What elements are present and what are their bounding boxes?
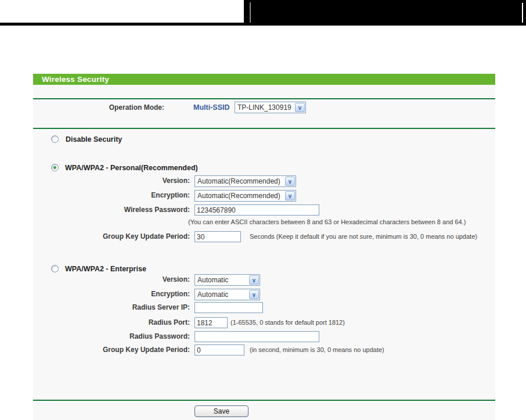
wpa-enterprise-title: WPA/WPA2 - Enterprise bbox=[65, 265, 146, 274]
personal-group-key-note: Seconds (Keep it default if you are not … bbox=[250, 231, 477, 242]
radius-password-input[interactable] bbox=[194, 331, 319, 342]
save-button[interactable]: Save bbox=[194, 405, 248, 417]
personal-group-key-input[interactable] bbox=[194, 231, 241, 242]
radius-port-input[interactable] bbox=[194, 317, 228, 328]
operation-mode-value: Multi-SSID bbox=[193, 102, 230, 113]
wireless-password-note: (You can enter ASCII characters between … bbox=[188, 217, 466, 227]
page-title: Wireless Security bbox=[33, 74, 495, 85]
radius-server-ip-input[interactable] bbox=[194, 302, 263, 313]
personal-version-select[interactable]: Automatic(Recommended) ∨ bbox=[194, 175, 296, 187]
separator-line bbox=[33, 128, 495, 129]
personal-version-label: Version: bbox=[35, 175, 190, 186]
wireless-password-input[interactable] bbox=[194, 204, 319, 216]
enterprise-version-label: Version: bbox=[35, 274, 190, 285]
personal-encryption-select[interactable]: Automatic(Recommended) ∨ bbox=[194, 190, 296, 202]
personal-version-value: Automatic(Recommended) bbox=[197, 176, 284, 186]
wireless-password-label: Wireless Password: bbox=[35, 204, 190, 216]
radius-port-label: Radius Port: bbox=[35, 317, 190, 328]
personal-encryption-label: Encryption: bbox=[35, 190, 190, 201]
enterprise-encryption-select[interactable]: Automatic ∨ bbox=[194, 289, 260, 300]
wpa-enterprise-radio[interactable] bbox=[51, 265, 59, 272]
enterprise-encryption-value: Automatic bbox=[197, 289, 248, 300]
radius-server-ip-label: Radius Server IP: bbox=[35, 302, 190, 313]
operation-mode-label: Operation Mode: bbox=[33, 102, 164, 113]
personal-group-key-label: Group Key Update Period: bbox=[35, 231, 190, 242]
radius-password-label: Radius Password: bbox=[35, 331, 190, 342]
wireless-security-page: Wireless Security Operation Mode: Multi-… bbox=[0, 0, 526, 420]
enterprise-group-key-input[interactable] bbox=[194, 344, 244, 356]
wpa-personal-title: WPA/WPA2 - Personal(Recommended) bbox=[65, 164, 198, 173]
top-header-block bbox=[244, 0, 526, 24]
separator-line bbox=[33, 400, 495, 401]
ssid-select-value: TP-LINK_130919 bbox=[237, 102, 294, 113]
top-horizontal-rule bbox=[0, 23, 526, 26]
enterprise-version-select[interactable]: Automatic ∨ bbox=[194, 274, 260, 286]
enterprise-encryption-label: Encryption: bbox=[35, 289, 190, 300]
chevron-down-icon[interactable]: ∨ bbox=[249, 290, 259, 299]
radius-port-note: (1-65535, 0 stands for default port 1812… bbox=[230, 317, 345, 328]
ssid-select[interactable]: TP-LINK_130919 ∨ bbox=[235, 102, 306, 113]
separator-line bbox=[33, 98, 495, 99]
wpa-personal-radio[interactable] bbox=[51, 164, 59, 171]
enterprise-version-value: Automatic bbox=[197, 275, 248, 285]
enterprise-group-key-label: Group Key Update Period: bbox=[35, 344, 190, 356]
chevron-down-icon[interactable]: ∨ bbox=[285, 191, 295, 200]
personal-encryption-value: Automatic(Recommended) bbox=[197, 191, 284, 201]
top-right-divider-line bbox=[522, 3, 523, 23]
disable-security-label: Disable Security bbox=[66, 135, 122, 144]
top-divider-line bbox=[250, 2, 251, 23]
chevron-down-icon[interactable]: ∨ bbox=[295, 103, 305, 112]
chevron-down-icon[interactable]: ∨ bbox=[249, 275, 259, 285]
chevron-down-icon[interactable]: ∨ bbox=[285, 177, 295, 186]
enterprise-group-key-note: (in second, minimum is 30, 0 means no up… bbox=[250, 344, 384, 356]
settings-panel bbox=[33, 74, 495, 420]
disable-security-radio[interactable] bbox=[51, 135, 59, 143]
